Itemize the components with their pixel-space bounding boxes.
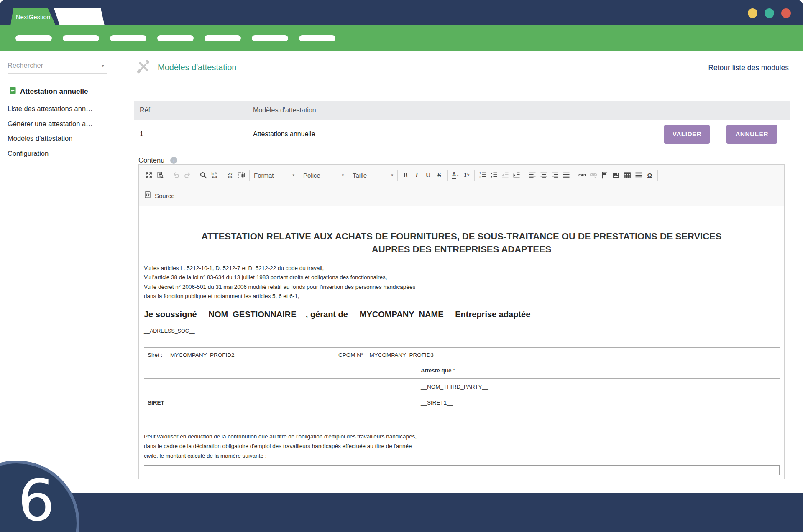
document-title-line2: AUPRES DES ENTREPRISES ADAPTEES <box>139 243 784 256</box>
toolbar-separator <box>397 170 398 181</box>
yellow-dot[interactable] <box>748 8 757 18</box>
doc-paragraph-line: Peut valoriser en déduction de la contri… <box>144 432 417 441</box>
red-dot[interactable] <box>781 8 791 18</box>
window-controls <box>748 8 791 18</box>
toolbar-separator <box>574 170 574 181</box>
toolbar-link-button[interactable] <box>576 170 588 181</box>
toolbar-align-center-button[interactable] <box>538 170 549 181</box>
toolbar-bulleted-list-button[interactable] <box>488 170 499 181</box>
row-actions: VALIDER ANNULER <box>664 125 777 144</box>
toolbar-justify-button[interactable] <box>560 170 572 181</box>
cell-siret-label: Siret : __MYCOMPANY_PROFID2__ <box>144 347 335 362</box>
toolbar-templates-button[interactable] <box>236 170 247 181</box>
doc-paragraph-line: dans la fonction publique et notamment l… <box>144 292 415 301</box>
dropdown-label: Police <box>303 172 342 179</box>
nav-pill[interactable] <box>63 35 99 41</box>
sidebar-item[interactable]: Modèles d'attestation <box>8 131 113 146</box>
align-center-icon <box>540 171 547 179</box>
toolbar-outdent-button[interactable] <box>499 170 511 181</box>
remove-format-icon: Tx <box>464 172 470 178</box>
nav-pill[interactable] <box>15 35 52 41</box>
nav-pill[interactable] <box>252 35 288 41</box>
toolbar-redo-button[interactable] <box>182 170 193 181</box>
toolbar-bold-button[interactable]: B <box>400 170 411 181</box>
back-to-modules-link[interactable]: Retour liste des modules <box>708 64 789 72</box>
nextgestion-window: NextGestion Rechercher ▾ Attestation ann… <box>0 0 803 532</box>
svg-text:</>: </> <box>228 175 232 179</box>
module-table-header: Réf. Modèles d'attestation <box>134 101 790 120</box>
nav-pill[interactable] <box>157 35 194 41</box>
cancel-button[interactable]: ANNULER <box>726 125 777 144</box>
redo-icon <box>184 171 191 179</box>
sidebar-section-attestation-annuelle[interactable]: Attestation annuelle <box>0 87 113 96</box>
module-table: Réf. Modèles d'attestation 1 Attestation… <box>134 101 790 149</box>
page-number: 6 <box>18 472 55 529</box>
document-canvas[interactable]: ATTESTATION RELATIVE AUX ACHATS DE FOURN… <box>139 206 784 479</box>
toolbar-undo-button[interactable] <box>170 170 182 181</box>
sidebar-section-label: Attestation annuelle <box>20 87 88 96</box>
brand-label: NextGestion <box>16 13 51 20</box>
toolbar-italic-button[interactable]: I <box>411 170 422 181</box>
nav-pill[interactable] <box>110 35 146 41</box>
toolbar-police-dropdown[interactable]: Police▾ <box>301 172 346 179</box>
sidebar-item[interactable]: Configuration <box>8 146 113 161</box>
toolbar-image-button[interactable] <box>610 170 621 181</box>
document-subject-line: Je soussigné __NOM_GESTIONNAIRE__, géran… <box>144 310 530 319</box>
sidebar-item[interactable]: Liste des attestations ann… <box>8 102 113 117</box>
toolbar-remove-format-button[interactable]: Tx <box>461 170 472 181</box>
toolbar-special-char-button[interactable]: Ω <box>644 170 655 181</box>
nav-pill[interactable] <box>205 35 241 41</box>
toolbar-preview-button[interactable] <box>154 170 166 181</box>
toolbar-separator <box>348 170 348 181</box>
toolbar-horizontal-rule-button[interactable] <box>633 170 644 181</box>
source-button[interactable]: Source <box>144 191 175 200</box>
svg-text:b: b <box>211 172 213 176</box>
teal-dot[interactable] <box>765 8 774 18</box>
toolbar-maximize-button[interactable] <box>143 170 154 181</box>
toolbar-separator <box>657 170 658 181</box>
chevron-down-icon: ▾ <box>342 173 344 177</box>
toolbar-align-left-button[interactable] <box>527 170 538 181</box>
toolbar-align-right-button[interactable] <box>549 170 560 181</box>
search-box[interactable]: Rechercher ▾ <box>8 61 107 74</box>
toolbar-underline-button[interactable]: U <box>422 170 434 181</box>
sidebar-item[interactable]: Générer une attestation a… <box>8 117 113 132</box>
info-icon[interactable]: i <box>170 157 177 164</box>
dropdown-label: Taille <box>353 172 391 179</box>
document-info-table: Siret : __MYCOMPANY_PROFID2__ CPOM N°__M… <box>144 347 780 410</box>
toolbar-anchor-button[interactable] <box>599 170 610 181</box>
cell-third-party: __NOM_THIRD_PARTY__ <box>417 378 780 395</box>
maximize-icon <box>145 171 153 179</box>
toolbar-text-color-button[interactable]: A▾ <box>450 170 461 181</box>
toolbar-separator <box>222 170 222 181</box>
toolbar-separator <box>474 170 475 181</box>
toolbar-indent-button[interactable] <box>511 170 522 181</box>
toolbar-find-button[interactable] <box>197 170 209 181</box>
nav-pill[interactable] <box>299 35 335 41</box>
doc-paragraph-line: civile, le montant calculé de la manière… <box>144 451 417 461</box>
justify-icon <box>563 171 570 179</box>
toolbar-table-button[interactable] <box>621 170 633 181</box>
numbered-list-icon: 12 <box>479 171 486 179</box>
toolbar-div-container-button[interactable]: DIV</> <box>225 170 236 181</box>
toolbar-separator <box>168 170 168 181</box>
doc-paragraph-line: Vu l'article 38 de la loi n° 83-634 du 1… <box>144 273 415 282</box>
validate-button[interactable]: VALIDER <box>664 125 710 144</box>
toolbar-unlink-button[interactable] <box>588 170 599 181</box>
sidebar-menu: Liste des attestations ann…Générer une a… <box>0 102 113 161</box>
toolbar-numbered-list-button[interactable]: 12 <box>477 170 488 181</box>
toolbar-strikethrough-button[interactable]: S <box>434 170 445 181</box>
toolbar-replace-button[interactable]: ba <box>209 170 220 181</box>
document-title-line1: ATTESTATION RELATIVE AUX ACHATS DE FOURN… <box>139 230 784 243</box>
document-intro: Vu les articles L. 5212-10-1, D. 5212-7 … <box>144 264 415 301</box>
anchor-icon <box>601 171 609 179</box>
horizontal-rule-icon <box>635 171 642 179</box>
brand-tab[interactable]: NextGestion <box>10 8 56 25</box>
toolbar-format-dropdown[interactable]: Format▾ <box>252 172 297 179</box>
div-container-icon: DIV</> <box>227 171 234 179</box>
table-row: SIRET __SIRET1__ <box>144 395 780 410</box>
secondary-tab[interactable] <box>54 8 105 25</box>
source-label: Source <box>155 192 175 199</box>
toolbar-taille-dropdown[interactable]: Taille▾ <box>350 172 395 179</box>
dropdown-label: Format <box>254 172 292 179</box>
